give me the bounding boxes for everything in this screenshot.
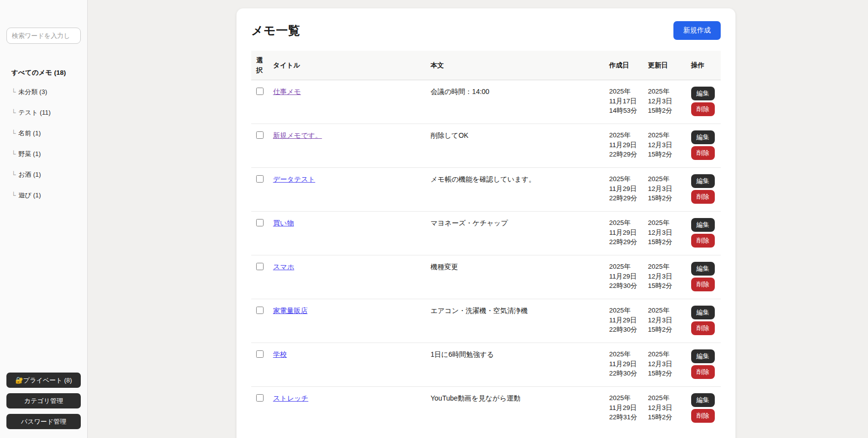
created-cell: 2025年 11月29日 22時30分 — [605, 255, 644, 299]
title-cell: 新規メモです。 — [269, 124, 427, 168]
title-cell: データテスト — [269, 168, 427, 212]
sidebar-category-item[interactable]: └テスト (11) — [6, 104, 81, 122]
updated-cell: 2025年 12月3日 15時2分 — [644, 387, 687, 431]
delete-button[interactable]: 削除 — [691, 278, 715, 291]
select-cell — [251, 299, 269, 343]
tree-branch-icon: └ — [11, 129, 16, 137]
row-checkbox[interactable] — [256, 263, 264, 270]
category-list: └未分類 (3) └テスト (11) └名前 (1) └野菜 (1) └お酒 (… — [6, 80, 81, 204]
sidebar-category-item[interactable]: └遊び (1) — [6, 187, 81, 204]
edit-button[interactable]: 編集 — [691, 393, 715, 407]
title-cell: 仕事メモ — [269, 80, 427, 124]
created-cell: 2025年 11月29日 22時29分 — [605, 212, 644, 255]
body-cell: エアコン・洗濯機・空気清浄機 — [427, 299, 605, 343]
page-title: メモ一覧 — [251, 23, 300, 38]
delete-button[interactable]: 削除 — [691, 190, 715, 204]
row-checkbox[interactable] — [256, 175, 264, 183]
actions-cell: 編集 削除 — [687, 80, 721, 124]
updated-cell: 2025年 12月3日 15時2分 — [644, 212, 687, 255]
edit-button[interactable]: 編集 — [691, 174, 715, 188]
password-manage-button[interactable]: パスワード管理 — [6, 414, 81, 429]
edit-button[interactable]: 編集 — [691, 349, 715, 363]
table-row: 家電量販店 エアコン・洗濯機・空気清浄機 2025年 11月29日 22時30分… — [251, 299, 721, 343]
sidebar-category-item[interactable]: └お酒 (1) — [6, 166, 81, 184]
updated-cell: 2025年 12月3日 15時2分 — [644, 124, 687, 168]
tree-branch-icon: └ — [11, 171, 16, 178]
select-cell — [251, 212, 269, 255]
body-cell: メモ帳の機能を確認しています。 — [427, 168, 605, 212]
title-cell: スマホ — [269, 255, 427, 299]
search-input[interactable] — [6, 28, 81, 44]
row-checkbox[interactable] — [256, 307, 264, 314]
memo-title-link[interactable]: 仕事メモ — [273, 88, 301, 95]
title-cell: 学校 — [269, 343, 427, 387]
create-new-button[interactable]: 新規作成 — [673, 21, 721, 40]
header-actions: 操作 — [687, 51, 721, 80]
table-row: スマホ 機種変更 2025年 11月29日 22時30分 2025年 12月3日… — [251, 255, 721, 299]
title-cell: 家電量販店 — [269, 299, 427, 343]
memo-title-link[interactable]: 新規メモです。 — [273, 131, 322, 139]
delete-button[interactable]: 削除 — [691, 365, 715, 379]
private-button[interactable]: 🔐プライベート (8) — [6, 373, 81, 388]
body-cell: YouTube動画を見ながら運動 — [427, 387, 605, 431]
created-cell: 2025年 11月17日 14時53分 — [605, 80, 644, 124]
table-row: 仕事メモ 会議の時間：14:00 2025年 11月17日 14時53分 202… — [251, 80, 721, 124]
body-cell: 会議の時間：14:00 — [427, 80, 605, 124]
memo-table: 選択 タイトル 本文 作成日 更新日 操作 仕事メモ 会議の時間：14:00 2… — [251, 51, 721, 430]
table-row: データテスト メモ帳の機能を確認しています。 2025年 11月29日 22時2… — [251, 168, 721, 212]
delete-button[interactable]: 削除 — [691, 146, 715, 160]
edit-button[interactable]: 編集 — [691, 130, 715, 144]
category-label: 野菜 (1) — [18, 150, 41, 157]
updated-cell: 2025年 12月3日 15時2分 — [644, 255, 687, 299]
updated-cell: 2025年 12月3日 15時2分 — [644, 168, 687, 212]
delete-button[interactable]: 削除 — [691, 234, 715, 248]
created-cell: 2025年 11月29日 22時31分 — [605, 387, 644, 431]
created-cell: 2025年 11月29日 22時29分 — [605, 124, 644, 168]
memo-list-card: メモ一覧 新規作成 選択 タイトル 本文 作成日 更新日 操作 仕事メモ 会議の… — [236, 8, 735, 438]
edit-button[interactable]: 編集 — [691, 262, 715, 276]
sidebar-category-item[interactable]: └野菜 (1) — [6, 145, 81, 163]
delete-button[interactable]: 削除 — [691, 409, 715, 423]
created-cell: 2025年 11月29日 22時29分 — [605, 168, 644, 212]
tree-branch-icon: └ — [11, 109, 16, 116]
memo-title-link[interactable]: 家電量販店 — [273, 307, 307, 314]
row-checkbox[interactable] — [256, 88, 264, 95]
header-created: 作成日 — [605, 51, 644, 80]
memo-title-link[interactable]: 買い物 — [273, 219, 294, 227]
row-checkbox[interactable] — [256, 219, 264, 226]
sidebar-spacer — [6, 204, 81, 367]
actions-cell: 編集 削除 — [687, 168, 721, 212]
edit-button[interactable]: 編集 — [691, 218, 715, 232]
created-cell: 2025年 11月29日 22時30分 — [605, 299, 644, 343]
row-checkbox[interactable] — [256, 131, 264, 139]
sidebar: すべてのメモ (18) └未分類 (3) └テスト (11) └名前 (1) └… — [0, 0, 88, 438]
body-cell: マヨネーズ・ケチャップ — [427, 212, 605, 255]
header-title: タイトル — [269, 51, 427, 80]
memo-title-link[interactable]: スマホ — [273, 263, 294, 271]
sidebar-category-item[interactable]: └未分類 (3) — [6, 83, 81, 101]
card-header: メモ一覧 新規作成 — [251, 21, 721, 40]
title-cell: ストレッチ — [269, 387, 427, 431]
row-checkbox[interactable] — [256, 350, 264, 358]
delete-button[interactable]: 削除 — [691, 321, 715, 335]
body-cell: 1日に6時間勉強する — [427, 343, 605, 387]
category-label: 未分類 (3) — [18, 88, 47, 95]
sidebar-category-item[interactable]: └名前 (1) — [6, 125, 81, 142]
category-manage-button[interactable]: カテゴリ管理 — [6, 393, 81, 408]
memo-title-link[interactable]: ストレッチ — [273, 394, 308, 402]
table-row: 買い物 マヨネーズ・ケチャップ 2025年 11月29日 22時29分 2025… — [251, 212, 721, 255]
updated-cell: 2025年 12月3日 15時2分 — [644, 80, 687, 124]
memo-title-link[interactable]: 学校 — [273, 350, 287, 358]
table-row: ストレッチ YouTube動画を見ながら運動 2025年 11月29日 22時3… — [251, 387, 721, 431]
edit-button[interactable]: 編集 — [691, 87, 715, 100]
tree-branch-icon: └ — [11, 88, 16, 95]
sidebar-all-memos[interactable]: すべてのメモ (18) — [6, 68, 81, 77]
delete-button[interactable]: 削除 — [691, 102, 715, 116]
memo-table-head: 選択 タイトル 本文 作成日 更新日 操作 — [251, 51, 721, 80]
edit-button[interactable]: 編集 — [691, 306, 715, 319]
select-cell — [251, 387, 269, 431]
row-checkbox[interactable] — [256, 394, 264, 402]
updated-cell: 2025年 12月3日 15時2分 — [644, 343, 687, 387]
header-select: 選択 — [251, 51, 269, 80]
memo-title-link[interactable]: データテスト — [273, 175, 315, 183]
